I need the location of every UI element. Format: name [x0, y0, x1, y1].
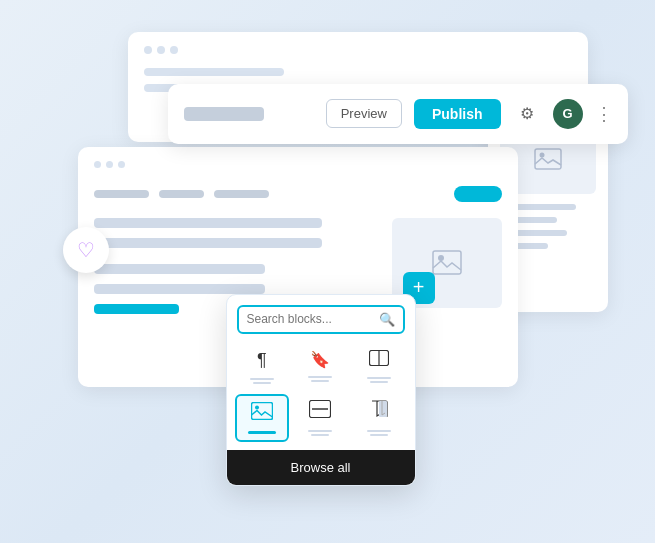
toolbar-window: Preview Publish ⚙ G ⋮	[168, 84, 628, 144]
settings-button[interactable]: ⚙	[513, 100, 541, 128]
dot-m3	[118, 161, 125, 168]
paragraph-icon: ¶	[257, 350, 267, 371]
toolbar-logo-placeholder	[184, 107, 264, 121]
block-item-image[interactable]	[235, 394, 290, 442]
svg-rect-6	[251, 402, 272, 419]
heart-button[interactable]: ♡	[63, 227, 109, 273]
block-item-paragraph[interactable]: ¶	[235, 344, 290, 390]
block-item-columns[interactable]	[352, 344, 407, 390]
bookmark-lines	[308, 376, 332, 382]
dot-m2	[106, 161, 113, 168]
bookmark-alt-icon	[369, 400, 389, 423]
divider-lines	[308, 430, 332, 436]
nav-active	[454, 186, 502, 202]
heart-icon: ♡	[77, 238, 95, 262]
block-item-divider[interactable]	[293, 394, 348, 442]
svg-rect-2	[535, 149, 561, 169]
block-search[interactable]: 🔍	[237, 305, 405, 334]
svg-point-3	[539, 152, 544, 157]
search-icon: 🔍	[379, 312, 395, 327]
columns-icon	[369, 350, 389, 370]
block-grid: ¶ 🔖	[227, 340, 415, 450]
text-line-4	[94, 284, 266, 294]
dot-1	[144, 46, 152, 54]
dot-m1	[94, 161, 101, 168]
columns-lines	[367, 377, 391, 383]
publish-button[interactable]: Publish	[414, 99, 501, 129]
dot-3	[170, 46, 178, 54]
block-item-bookmark-alt[interactable]	[352, 394, 407, 442]
placeholder-bar-1	[144, 68, 284, 76]
window-dots	[144, 46, 572, 54]
bookmark-icon: 🔖	[310, 350, 330, 369]
svg-rect-0	[433, 251, 461, 274]
nav-bar-2	[159, 190, 204, 198]
svg-point-7	[255, 405, 259, 409]
more-options-button[interactable]: ⋮	[595, 103, 612, 125]
text-line-3	[94, 264, 266, 274]
preview-button[interactable]: Preview	[326, 99, 402, 128]
text-line-2	[94, 238, 323, 248]
text-line-accent	[94, 304, 180, 314]
user-avatar[interactable]: G	[553, 99, 583, 129]
main-top-row	[94, 186, 502, 202]
bookmark-alt-lines	[367, 430, 391, 436]
image-icon	[251, 402, 273, 425]
dot-2	[157, 46, 165, 54]
main-window-dots	[94, 161, 502, 168]
search-input[interactable]	[247, 312, 373, 326]
block-item-bookmark[interactable]: 🔖	[293, 344, 348, 390]
paragraph-lines	[250, 378, 274, 384]
image-selected-bar	[248, 431, 276, 434]
divider-icon	[309, 400, 331, 423]
block-picker-widget: 🔍 ¶ 🔖	[226, 294, 416, 486]
nav-bar-3	[214, 190, 269, 198]
browse-all-button[interactable]: Browse all	[227, 450, 415, 485]
text-line-1	[94, 218, 323, 228]
nav-bar-1	[94, 190, 149, 198]
